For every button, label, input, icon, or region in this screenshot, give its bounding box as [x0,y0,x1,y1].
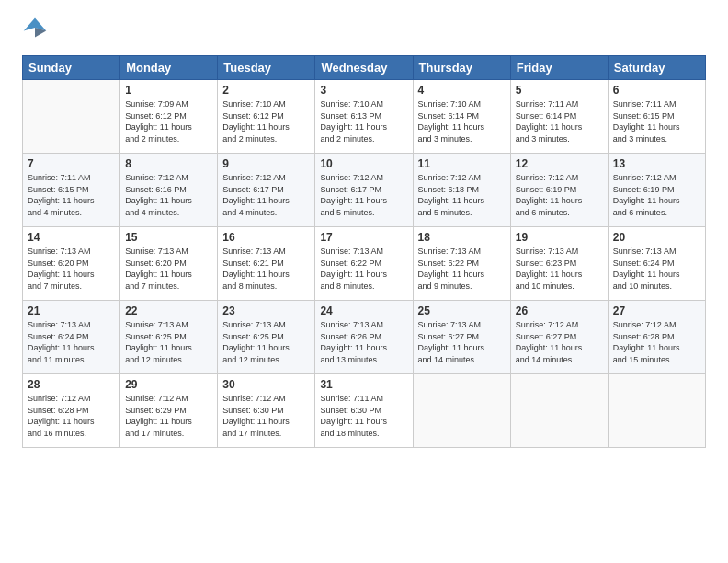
day-content: Sunrise: 7:12 AM Sunset: 6:17 PM Dayligh… [320,172,407,218]
calendar-cell: 15Sunrise: 7:13 AM Sunset: 6:20 PM Dayli… [120,227,218,301]
header-row: SundayMondayTuesdayWednesdayThursdayFrid… [23,56,706,80]
day-content: Sunrise: 7:12 AM Sunset: 6:28 PM Dayligh… [613,319,700,365]
day-number: 24 [320,304,407,317]
day-content: Sunrise: 7:12 AM Sunset: 6:19 PM Dayligh… [613,172,700,218]
day-number: 6 [613,84,700,97]
calendar-cell [608,374,705,448]
calendar-cell [413,374,510,448]
day-content: Sunrise: 7:12 AM Sunset: 6:16 PM Dayligh… [125,172,212,218]
day-content: Sunrise: 7:10 AM Sunset: 6:14 PM Dayligh… [418,98,506,144]
calendar-cell: 13Sunrise: 7:12 AM Sunset: 6:19 PM Dayli… [608,154,705,227]
calendar-cell: 23Sunrise: 7:13 AM Sunset: 6:25 PM Dayli… [218,301,315,374]
calendar-cell: 25Sunrise: 7:13 AM Sunset: 6:27 PM Dayli… [413,301,510,374]
day-number: 25 [418,304,506,317]
day-content: Sunrise: 7:11 AM Sunset: 6:15 PM Dayligh… [613,98,700,144]
day-number: 21 [28,304,115,317]
logo [22,18,50,44]
day-content: Sunrise: 7:10 AM Sunset: 6:12 PM Dayligh… [222,98,310,144]
day-number: 4 [418,84,506,97]
calendar-cell: 31Sunrise: 7:11 AM Sunset: 6:30 PM Dayli… [315,374,413,448]
day-number: 10 [320,157,407,170]
day-number: 28 [28,378,115,391]
calendar-cell: 9Sunrise: 7:12 AM Sunset: 6:17 PM Daylig… [218,154,315,227]
day-number: 8 [125,157,212,170]
calendar-cell [510,374,608,448]
calendar-cell: 20Sunrise: 7:13 AM Sunset: 6:24 PM Dayli… [608,227,705,301]
header-cell-monday: Monday [120,56,218,80]
calendar-body: 1Sunrise: 7:09 AM Sunset: 6:12 PM Daylig… [23,80,706,448]
day-number: 20 [613,231,700,244]
page: SundayMondayTuesdayWednesdayThursdayFrid… [0,0,728,459]
header-cell-thursday: Thursday [413,56,510,80]
calendar-cell: 16Sunrise: 7:13 AM Sunset: 6:21 PM Dayli… [218,227,315,301]
calendar-cell: 22Sunrise: 7:13 AM Sunset: 6:25 PM Dayli… [120,301,218,374]
day-content: Sunrise: 7:12 AM Sunset: 6:27 PM Dayligh… [516,319,603,365]
day-content: Sunrise: 7:12 AM Sunset: 6:29 PM Dayligh… [125,393,212,439]
day-content: Sunrise: 7:09 AM Sunset: 6:12 PM Dayligh… [125,98,212,144]
day-number: 23 [222,304,310,317]
day-content: Sunrise: 7:12 AM Sunset: 6:18 PM Dayligh… [418,172,506,218]
day-content: Sunrise: 7:13 AM Sunset: 6:22 PM Dayligh… [320,246,407,292]
day-content: Sunrise: 7:13 AM Sunset: 6:27 PM Dayligh… [418,319,506,365]
calendar-cell: 30Sunrise: 7:12 AM Sunset: 6:30 PM Dayli… [218,374,315,448]
day-content: Sunrise: 7:13 AM Sunset: 6:22 PM Dayligh… [418,246,506,292]
day-content: Sunrise: 7:12 AM Sunset: 6:28 PM Dayligh… [28,393,115,439]
day-number: 14 [28,231,115,244]
calendar-cell: 17Sunrise: 7:13 AM Sunset: 6:22 PM Dayli… [315,227,413,301]
calendar-cell: 27Sunrise: 7:12 AM Sunset: 6:28 PM Dayli… [608,301,705,374]
day-number: 31 [320,378,407,391]
calendar-cell: 26Sunrise: 7:12 AM Sunset: 6:27 PM Dayli… [510,301,608,374]
calendar-week-1: 1Sunrise: 7:09 AM Sunset: 6:12 PM Daylig… [23,80,706,154]
day-number: 5 [516,84,603,97]
calendar-cell: 12Sunrise: 7:12 AM Sunset: 6:19 PM Dayli… [510,154,608,227]
day-number: 17 [320,231,407,244]
calendar-week-4: 21Sunrise: 7:13 AM Sunset: 6:24 PM Dayli… [23,301,706,374]
day-content: Sunrise: 7:11 AM Sunset: 6:30 PM Dayligh… [320,393,407,439]
calendar-cell: 1Sunrise: 7:09 AM Sunset: 6:12 PM Daylig… [120,80,218,154]
calendar-week-3: 14Sunrise: 7:13 AM Sunset: 6:20 PM Dayli… [23,227,706,301]
header-cell-wednesday: Wednesday [315,56,413,80]
day-number: 19 [516,231,603,244]
day-number: 27 [613,304,700,317]
header-cell-tuesday: Tuesday [218,56,315,80]
day-number: 3 [320,84,407,97]
day-content: Sunrise: 7:12 AM Sunset: 6:30 PM Dayligh… [222,393,310,439]
calendar-cell: 19Sunrise: 7:13 AM Sunset: 6:23 PM Dayli… [510,227,608,301]
day-number: 18 [418,231,506,244]
day-content: Sunrise: 7:10 AM Sunset: 6:13 PM Dayligh… [320,98,407,144]
calendar-cell: 24Sunrise: 7:13 AM Sunset: 6:26 PM Dayli… [315,301,413,374]
day-number: 16 [222,231,310,244]
calendar-cell: 10Sunrise: 7:12 AM Sunset: 6:17 PM Dayli… [315,154,413,227]
calendar-cell: 14Sunrise: 7:13 AM Sunset: 6:20 PM Dayli… [23,227,120,301]
calendar-cell: 28Sunrise: 7:12 AM Sunset: 6:28 PM Dayli… [23,374,120,448]
day-number: 22 [125,304,212,317]
calendar-cell: 18Sunrise: 7:13 AM Sunset: 6:22 PM Dayli… [413,227,510,301]
calendar-cell: 4Sunrise: 7:10 AM Sunset: 6:14 PM Daylig… [413,80,510,154]
day-number: 13 [613,157,700,170]
calendar-cell: 3Sunrise: 7:10 AM Sunset: 6:13 PM Daylig… [315,80,413,154]
day-content: Sunrise: 7:13 AM Sunset: 6:20 PM Dayligh… [28,246,115,292]
calendar-header: SundayMondayTuesdayWednesdayThursdayFrid… [23,56,706,80]
logo-icon [22,15,48,40]
day-content: Sunrise: 7:13 AM Sunset: 6:25 PM Dayligh… [125,319,212,365]
day-number: 11 [418,157,506,170]
day-content: Sunrise: 7:13 AM Sunset: 6:24 PM Dayligh… [28,319,115,365]
calendar-cell: 6Sunrise: 7:11 AM Sunset: 6:15 PM Daylig… [608,80,705,154]
calendar-cell: 2Sunrise: 7:10 AM Sunset: 6:12 PM Daylig… [218,80,315,154]
day-number: 12 [516,157,603,170]
day-number: 7 [28,157,115,170]
header-cell-sunday: Sunday [23,56,120,80]
day-content: Sunrise: 7:13 AM Sunset: 6:24 PM Dayligh… [613,246,700,292]
day-number: 15 [125,231,212,244]
calendar-week-2: 7Sunrise: 7:11 AM Sunset: 6:15 PM Daylig… [23,154,706,227]
calendar-table: SundayMondayTuesdayWednesdayThursdayFrid… [22,55,706,448]
day-content: Sunrise: 7:11 AM Sunset: 6:14 PM Dayligh… [516,98,603,144]
day-number: 26 [516,304,603,317]
day-content: Sunrise: 7:13 AM Sunset: 6:25 PM Dayligh… [222,319,310,365]
day-content: Sunrise: 7:13 AM Sunset: 6:26 PM Dayligh… [320,319,407,365]
calendar-cell: 21Sunrise: 7:13 AM Sunset: 6:24 PM Dayli… [23,301,120,374]
day-number: 2 [222,84,310,97]
day-content: Sunrise: 7:13 AM Sunset: 6:21 PM Dayligh… [222,246,310,292]
day-content: Sunrise: 7:12 AM Sunset: 6:17 PM Dayligh… [222,172,310,218]
header-cell-friday: Friday [510,56,608,80]
